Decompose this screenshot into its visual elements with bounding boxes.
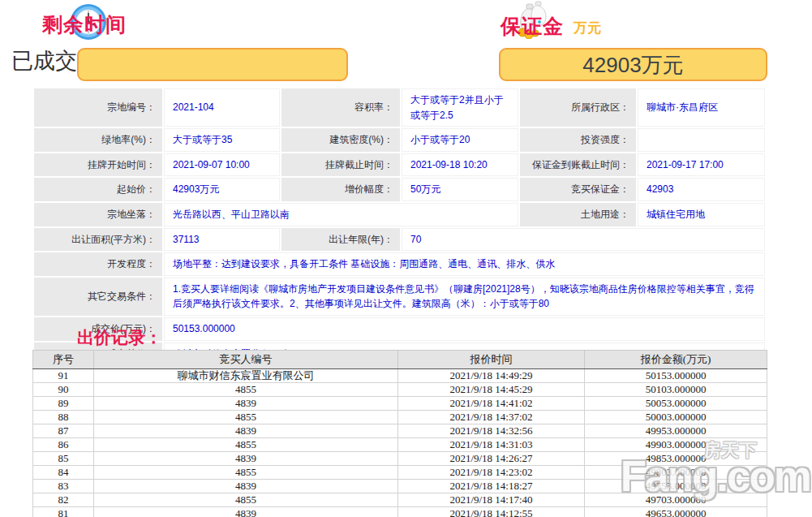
bid-row: 8448552021/9/18 14:23:0249803.000000 bbox=[33, 466, 767, 480]
bid-bidder: 4839 bbox=[94, 397, 398, 411]
bid-deposit-label: 竞买保证金： bbox=[520, 178, 636, 201]
col-header-amount: 报价金额(万元) bbox=[585, 351, 767, 369]
development-label: 开发程度： bbox=[34, 252, 162, 276]
term-label: 出让年限(年)： bbox=[281, 228, 400, 252]
table-row: 宗地编号： 2021-104 容积率： 大于或等于2并且小于或等于2.5 所属行… bbox=[34, 88, 765, 127]
start-price-label: 起始价： bbox=[34, 178, 162, 201]
bid-time: 2021/9/18 14:26:27 bbox=[398, 452, 585, 466]
col-header-no: 序号 bbox=[33, 351, 94, 369]
bid-time: 2021/9/18 14:17:40 bbox=[398, 493, 585, 507]
deposit-amount-box: 42903万元 bbox=[499, 48, 767, 81]
bid-row: 8548392021/9/18 14:26:2749853.000000 bbox=[33, 452, 767, 466]
green-rate-value: 大于或等于35 bbox=[164, 128, 280, 152]
parcel-no-label: 宗地编号： bbox=[34, 88, 162, 127]
district-value: 聊城市·东昌府区 bbox=[638, 88, 765, 127]
increment-value: 50万元 bbox=[402, 178, 518, 201]
bid-amount: 50153.000000 bbox=[585, 369, 767, 383]
bid-amount: 49953.000000 bbox=[585, 424, 767, 438]
bid-row: 91聊城市财信东宸置业有限公司2021/9/18 14:49:2950153.0… bbox=[33, 369, 767, 383]
bid-no: 86 bbox=[33, 438, 94, 452]
deposit-label: 保证金 bbox=[501, 13, 564, 40]
plot-ratio-label: 容积率： bbox=[281, 88, 400, 127]
parcel-no-value: 2021-104 bbox=[164, 88, 280, 127]
table-row: 挂牌开始时间： 2021-09-07 10:00 挂牌截止时间： 2021-09… bbox=[34, 153, 765, 177]
bid-time: 2021/9/18 14:49:29 bbox=[398, 369, 585, 383]
bid-time: 2021/9/18 14:18:27 bbox=[398, 480, 585, 493]
bid-time: 2021/9/18 14:37:02 bbox=[398, 411, 585, 424]
start-price-value: 42903万元 bbox=[164, 178, 280, 201]
bid-row: 8248552021/9/18 14:17:4049703.000000 bbox=[33, 493, 767, 507]
bid-row: 8848552021/9/18 14:37:0250003.000000 bbox=[33, 411, 767, 424]
term-value: 70 bbox=[402, 228, 765, 252]
bid-bidder: 4839 bbox=[94, 507, 398, 517]
plot-ratio-value: 大于或等于2并且小于或等于2.5 bbox=[402, 88, 518, 127]
bid-bidder: 4839 bbox=[94, 424, 398, 438]
bid-bidder: 4855 bbox=[94, 411, 398, 424]
bid-bidder: 聊城市财信东宸置业有限公司 bbox=[94, 369, 398, 383]
bid-time: 2021/9/18 14:41:02 bbox=[398, 397, 585, 411]
bid-amount: 49903.000000 bbox=[585, 438, 767, 452]
parcel-details-table: 宗地编号： 2021-104 容积率： 大于或等于2并且小于或等于2.5 所属行… bbox=[32, 87, 767, 367]
density-label: 建筑密度(%)： bbox=[281, 128, 400, 152]
investment-value bbox=[638, 128, 765, 152]
bid-amount: 49803.000000 bbox=[585, 466, 767, 480]
bid-row: 8748392021/9/18 14:32:5649953.000000 bbox=[33, 424, 767, 438]
bid-amount: 50003.000000 bbox=[585, 411, 767, 424]
remaining-time-label: 剩余时间 bbox=[42, 11, 127, 38]
land-use-value: 城镇住宅用地 bbox=[638, 203, 765, 226]
bid-bidder: 4839 bbox=[94, 480, 398, 493]
deal-status-label: 已成交 bbox=[11, 46, 77, 75]
land-use-label: 土地用途： bbox=[520, 203, 636, 226]
table-row: 其它交易条件： 1.竞买人要详细阅读《聊城市房地产开发项目建设条件意见书》（聊建… bbox=[34, 278, 765, 316]
density-value: 小于或等于20 bbox=[402, 128, 518, 152]
other-terms-label: 其它交易条件： bbox=[34, 278, 162, 316]
bid-no: 84 bbox=[33, 466, 94, 480]
development-value: 场地平整：达到建设要求，具备开工条件 基础设施：周围通路、通电、通讯、排水、供水 bbox=[164, 252, 765, 276]
bid-no: 85 bbox=[33, 452, 94, 466]
col-header-time: 报价时间 bbox=[398, 351, 585, 369]
bid-no: 81 bbox=[33, 507, 94, 517]
bid-row: 8348392021/9/18 14:18:2749753.000000 bbox=[33, 480, 767, 493]
bid-amount: 50103.000000 bbox=[585, 383, 767, 397]
bid-records-title: 出价记录： bbox=[77, 326, 162, 349]
bid-amount: 50053.000000 bbox=[585, 397, 767, 411]
col-header-bidder: 竞买人编号 bbox=[94, 351, 398, 369]
green-rate-label: 绿地率(%)： bbox=[34, 128, 162, 152]
list-end-value: 2021-09-18 10:20 bbox=[402, 153, 518, 177]
bid-no: 82 bbox=[33, 493, 94, 507]
bid-amount: 49653.000000 bbox=[585, 507, 767, 517]
bid-amount: 49853.000000 bbox=[585, 452, 767, 466]
bid-header-row: 序号 竞买人编号 报价时间 报价金额(万元) bbox=[33, 351, 767, 369]
district-label: 所属行政区： bbox=[520, 88, 636, 127]
deposit-deadline-value: 2021-09-17 17:00 bbox=[638, 153, 765, 177]
bid-time: 2021/9/18 14:45:29 bbox=[398, 383, 585, 397]
area-value: 37113 bbox=[164, 228, 280, 252]
remaining-time-box bbox=[77, 48, 348, 81]
bid-bidder: 4855 bbox=[94, 466, 398, 480]
table-row: 绿地率(%)： 大于或等于35 建筑密度(%)： 小于或等于20 投资强度： bbox=[34, 128, 765, 152]
bid-records-table: 序号 竞买人编号 报价时间 报价金额(万元) 91聊城市财信东宸置业有限公司20… bbox=[32, 350, 767, 517]
bid-bidder: 4839 bbox=[94, 452, 398, 466]
table-row: 宗地坐落： 光岳路以西、平山卫路以南 土地用途： 城镇住宅用地 bbox=[34, 203, 765, 226]
bid-no: 90 bbox=[33, 383, 94, 397]
bid-no: 83 bbox=[33, 480, 94, 493]
bid-amount: 49703.000000 bbox=[585, 493, 767, 507]
bid-row: 8148392021/9/18 14:12:5549653.000000 bbox=[33, 507, 767, 517]
bid-no: 89 bbox=[33, 397, 94, 411]
area-label: 出让面积(平方米)： bbox=[34, 228, 162, 252]
list-start-label: 挂牌开始时间： bbox=[34, 153, 162, 177]
bid-deposit-value: 42903 bbox=[638, 178, 765, 201]
table-row: 开发程度： 场地平整：达到建设要求，具备开工条件 基础设施：周围通路、通电、通讯… bbox=[34, 252, 765, 276]
auction-page: 剩余时间 保证金 万元 已成交 42903万元 宗地编号： 2021-104 容… bbox=[0, 0, 812, 517]
increment-label: 增价幅度： bbox=[281, 178, 400, 201]
deposit-unit-label: 万元 bbox=[574, 19, 601, 37]
bid-no: 87 bbox=[33, 424, 94, 438]
other-terms-value: 1.竞买人要详细阅读《聊城市房地产开发项目建设条件意见书》（聊建房[2021]2… bbox=[164, 278, 765, 316]
deposit-deadline-label: 保证金到账截止时间： bbox=[520, 153, 636, 177]
bid-time: 2021/9/18 14:23:02 bbox=[398, 466, 585, 480]
deal-price-value: 50153.000000 bbox=[164, 317, 765, 341]
location-value: 光岳路以西、平山卫路以南 bbox=[164, 203, 518, 226]
bid-amount: 49753.000000 bbox=[585, 480, 767, 493]
bid-time: 2021/9/18 14:31:03 bbox=[398, 438, 585, 452]
bid-no: 88 bbox=[33, 411, 94, 424]
